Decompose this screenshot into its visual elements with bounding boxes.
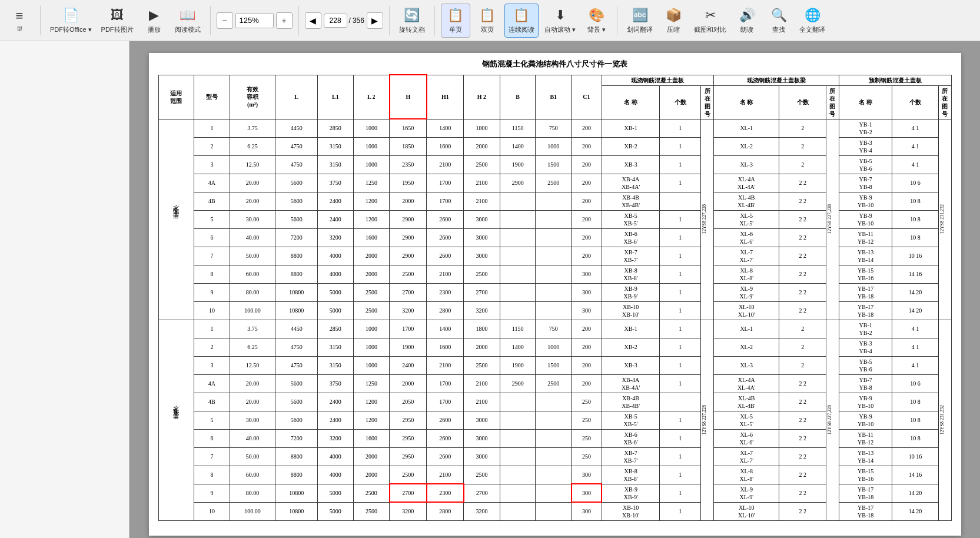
- cell-H1: 1400: [427, 119, 464, 137]
- continuous-read-button[interactable]: 📋 连续阅读: [504, 4, 539, 38]
- background-button[interactable]: 🎨 背景 ▾: [582, 4, 611, 38]
- continuous-icon: 📋: [513, 7, 529, 24]
- panel-label: 型: [17, 26, 22, 33]
- zoom-in-button[interactable]: +: [276, 12, 293, 29]
- cell-C1: 200: [572, 174, 602, 192]
- cell-B: [500, 283, 536, 301]
- cell-L2: 1000: [353, 119, 390, 137]
- content-area[interactable]: 钢筋混凝土化粪池结构件八寸尺寸件一览表 适用范围 型号 有效容积(m³) L L…: [129, 41, 980, 538]
- cell-xl-name: XL-4A XL-4A': [714, 374, 779, 393]
- cell-C1: 200: [572, 192, 602, 210]
- cell-L: 10800: [275, 283, 318, 301]
- col-yb-count: 个数: [892, 85, 938, 119]
- page-number-input[interactable]: [324, 14, 347, 28]
- page-container: 钢筋混凝土化粪池结构件八寸尺寸件一览表 适用范围 型号 有效容积(m³) L L…: [149, 53, 961, 536]
- screenshot-compare-button[interactable]: ✂ 截图和对比: [690, 4, 730, 38]
- cell-L2: 1000: [353, 356, 390, 374]
- play-button[interactable]: ▶ 播放: [139, 4, 169, 38]
- pdf-to-office-button[interactable]: 📄 PDF转Office ▾: [46, 4, 95, 38]
- zoom-value: 125%: [240, 16, 259, 25]
- zoom-out-button[interactable]: −: [217, 12, 233, 29]
- cell-L2: 1250: [353, 174, 390, 192]
- cell-yb-name: YB-9 YB-10: [839, 393, 892, 411]
- cell-xb-name: XB-10 XB-10': [602, 502, 660, 520]
- cell-yb-count: 10 8: [892, 411, 938, 429]
- col-H2: H 2: [464, 75, 500, 119]
- cell-xb-name: XB-5 XB-5': [602, 210, 660, 228]
- cell-yb-count: 14 16: [892, 265, 938, 283]
- cell-B: [500, 210, 536, 228]
- cell-xl-count: 2 2: [779, 283, 826, 301]
- cell-vol: 40.00: [230, 429, 275, 447]
- cell-xb-count: 1: [660, 356, 701, 374]
- cell-H1: 2600: [427, 228, 464, 247]
- cell-yb-count: 14 20: [892, 484, 938, 502]
- col-vol: 有效容积(m³): [230, 75, 275, 119]
- cell-H1: 1700: [427, 393, 464, 411]
- cell-xl-name: XL-7 XL-7': [714, 447, 779, 466]
- cell-yb-count: 4 1: [892, 155, 938, 174]
- cell-xb-count: 1: [660, 119, 701, 137]
- cell-xl-name: XL-10 XL-10': [714, 502, 779, 520]
- auto-scroll-button[interactable]: ⬇ 自动滚动 ▾: [541, 4, 579, 38]
- pdf-to-pic-button[interactable]: 🖼 PDF转图片: [98, 4, 137, 38]
- rotate-doc-button[interactable]: 🔄 旋转文档: [396, 4, 428, 38]
- cell-yb-count: 14 20: [892, 502, 938, 520]
- cell-no: 4A: [194, 374, 230, 393]
- cell-H: 2000: [390, 192, 427, 210]
- cell-no: 8: [194, 265, 230, 283]
- prev-page-button[interactable]: ◀: [305, 12, 321, 29]
- read-aloud-button[interactable]: 🔊 朗读: [732, 4, 762, 38]
- cell-H2: 2100: [464, 393, 500, 411]
- double-page-button[interactable]: 📋 双页: [473, 4, 502, 38]
- cell-xl-name: XL-5 XL-5': [714, 210, 779, 228]
- find-button[interactable]: 🔍 查找: [764, 4, 793, 38]
- cell-B: 1900: [500, 356, 536, 374]
- cell-yb-count: 10 8: [892, 393, 938, 411]
- cell-no: 2: [194, 137, 230, 155]
- cell-xl-count: 2 2: [779, 374, 826, 393]
- cell-H2: 3200: [464, 502, 500, 520]
- col-scope: 适用范围: [158, 75, 194, 119]
- cell-H1: 2100: [427, 265, 464, 283]
- panel-toggle-button[interactable]: ≡ 型: [5, 4, 34, 38]
- background-icon: 🎨: [589, 7, 604, 24]
- cell-B1: 1500: [536, 356, 572, 374]
- cell-vol: 12.50: [230, 356, 275, 374]
- cell-xb-count: 1: [660, 502, 701, 520]
- cell-L1: 3150: [318, 338, 354, 356]
- read-aloud-label: 朗读: [740, 25, 753, 34]
- word-translate-button[interactable]: 🔤 划词翻译: [623, 4, 656, 38]
- cell-C1: 250: [572, 429, 602, 447]
- zoom-display[interactable]: 125%: [235, 13, 274, 28]
- compress-button[interactable]: 📦 压缩: [659, 4, 688, 38]
- cell-xb-count: 1: [660, 484, 701, 502]
- cell-H: 1850: [390, 137, 427, 155]
- cell-xl-name: XL-1: [714, 320, 779, 338]
- cell-L: 4750: [275, 356, 318, 374]
- cell-L1: 2850: [318, 320, 354, 338]
- cell-yb-count: 4 1: [892, 356, 938, 374]
- cell-no: 3: [194, 155, 230, 174]
- cell-xl-count: 2 2: [779, 228, 826, 247]
- cell-xl-name: XL-9 XL-9': [714, 283, 779, 301]
- cell-vol: 20.00: [230, 192, 275, 210]
- compress-label: 压缩: [667, 25, 680, 34]
- cell-C1: 250: [572, 447, 602, 466]
- next-page-button[interactable]: ▶: [367, 12, 383, 29]
- full-translate-button[interactable]: 🌐 全文翻译: [796, 4, 829, 38]
- cell-no: 4A: [194, 174, 230, 192]
- cell-L: 5600: [275, 374, 318, 393]
- pdf-pic-icon: 🖼: [111, 7, 124, 24]
- cell-xb-name: XB-7 XB-7': [602, 247, 660, 265]
- cell-B1: [536, 192, 572, 210]
- cell-xb-count: 1: [660, 447, 701, 466]
- cell-L1: 3150: [318, 137, 354, 155]
- find-icon: 🔍: [771, 7, 787, 24]
- single-page-button[interactable]: 📋 单页: [441, 4, 470, 38]
- cell-H: 1900: [390, 338, 427, 356]
- read-mode-button[interactable]: 📖 阅读模式: [171, 4, 204, 38]
- cell-xl-name: XL-6 XL-6': [714, 429, 779, 447]
- col-B1: B1: [536, 75, 572, 119]
- cell-vol: 12.50: [230, 155, 275, 174]
